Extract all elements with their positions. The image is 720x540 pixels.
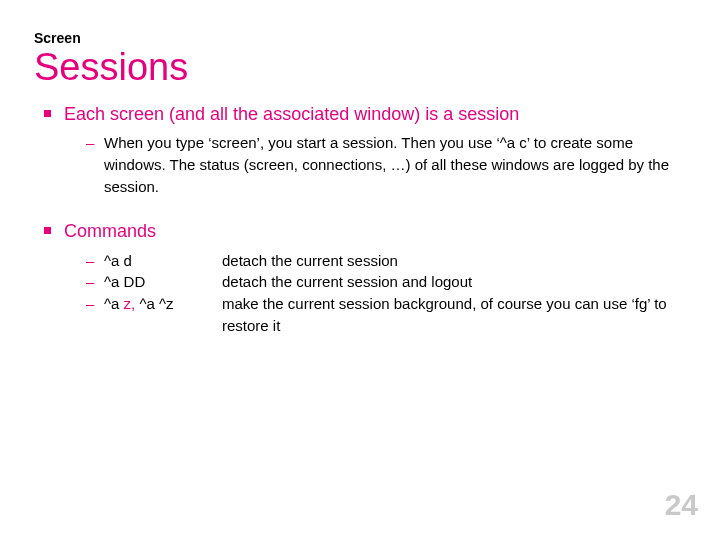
- bullet-lead: Each screen (and all the associated wind…: [64, 102, 686, 126]
- bullet-item: Commands – ^a d detach the current sessi…: [44, 219, 686, 336]
- dash-icon: –: [86, 293, 104, 315]
- dash-icon: –: [86, 271, 104, 293]
- slide-title: Sessions: [34, 48, 686, 88]
- sub-bullet-list: When you type ‘screen’, you start a sess…: [64, 132, 686, 197]
- command-list: – ^a d detach the current session – ^a D…: [64, 250, 686, 337]
- command-desc: detach the current session: [222, 250, 686, 272]
- command-key: ^a DD: [104, 271, 222, 293]
- command-desc: detach the current session and logout: [222, 271, 686, 293]
- bullet-lead: Commands: [64, 219, 686, 243]
- command-key: ^a d: [104, 250, 222, 272]
- bullet-item: Each screen (and all the associated wind…: [44, 102, 686, 198]
- command-row: – ^a z, ^a ^z make the current session b…: [86, 293, 686, 337]
- slide: Screen Sessions Each screen (and all the…: [0, 0, 720, 540]
- sub-bullet-item: When you type ‘screen’, you start a sess…: [86, 132, 686, 197]
- command-row: – ^a DD detach the current session and l…: [86, 271, 686, 293]
- kicker: Screen: [34, 30, 686, 46]
- command-desc: make the current session background, of …: [222, 293, 686, 337]
- command-key-suffix: ^a ^z: [139, 295, 173, 312]
- command-key: ^a z, ^a ^z: [104, 293, 222, 315]
- command-key-prefix: ^a: [104, 295, 124, 312]
- bullet-list: Each screen (and all the associated wind…: [34, 102, 686, 337]
- command-row: – ^a d detach the current session: [86, 250, 686, 272]
- command-key-accent: z: [124, 295, 132, 312]
- dash-icon: –: [86, 250, 104, 272]
- page-number: 24: [665, 488, 698, 522]
